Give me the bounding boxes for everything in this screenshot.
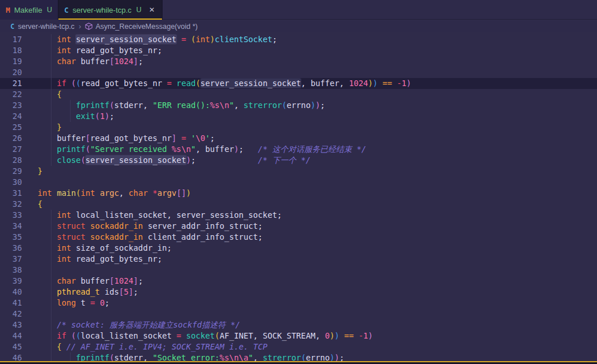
token: char — [128, 188, 148, 198]
code-line-46[interactable]: 46 fprintf(stderr, "Socket error:%s\n\a"… — [0, 352, 597, 361]
occurrence-highlight: server_session_socket — [201, 79, 301, 88]
tab-server-while-tcp.c[interactable]: Cserver-while-tcp.cU✕ — [58, 0, 163, 20]
token: ; — [239, 144, 244, 154]
line-number: 37 — [0, 254, 38, 265]
token: ) — [311, 101, 315, 110]
token: - — [397, 79, 401, 88]
code-line-39[interactable]: 39 char buffer[1024]; — [0, 276, 597, 287]
token — [186, 133, 191, 143]
code-line-29[interactable]: 29} — [0, 166, 597, 177]
token: read — [176, 79, 196, 88]
token: ] — [134, 57, 138, 66]
token: ; — [258, 232, 263, 242]
token: ( — [95, 112, 100, 121]
code-line-18[interactable]: 18 int read_got_bytes_nr; — [0, 45, 597, 56]
code-text: int local_listen_socket, server_session_… — [38, 210, 597, 221]
code-line-40[interactable]: 40 pthread_t ids[5]; — [0, 287, 597, 298]
line-number: 23 — [0, 100, 38, 111]
indent-guide — [51, 232, 51, 243]
token — [38, 287, 57, 296]
line-number: 18 — [0, 45, 38, 56]
token: clientSocket — [215, 35, 272, 44]
token: 1024 — [114, 57, 133, 66]
code-line-43[interactable]: 43 /* socket: 服务器端开始建立sockfd描述符 */ — [0, 320, 597, 330]
token — [38, 79, 57, 88]
line-number: 36 — [0, 243, 38, 254]
token: ; — [191, 155, 196, 165]
token: struct — [57, 221, 86, 231]
code-text: int read_got_bytes_nr; — [38, 254, 597, 265]
code-text: { — [38, 89, 597, 100]
code-line-31[interactable]: 31int main(int argc, char *argv[]) — [0, 188, 597, 199]
token: ) — [186, 188, 191, 198]
token: server_addr_info_struct — [148, 221, 257, 231]
token: argv — [157, 188, 176, 198]
code-line-36[interactable]: 36 int size_of_sockaddr_in; — [0, 243, 597, 254]
tab-Makefile[interactable]: MMakefileU — [0, 0, 58, 20]
code-text — [38, 265, 597, 276]
token: main — [57, 188, 76, 198]
breadcrumb-file[interactable]: server-while-tcp.c — [18, 23, 75, 31]
code-line-17[interactable]: 17 int server_session_socket = (int)clie… — [0, 34, 597, 45]
line-number: 20 — [0, 67, 38, 78]
code-line-20[interactable]: 20 — [0, 67, 597, 78]
code-line-26[interactable]: 26 buffer[read_got_bytes_nr] = '\0'; — [0, 133, 597, 144]
token — [38, 320, 57, 329]
token: fprintf — [76, 353, 109, 361]
code-line-44[interactable]: 44 if ((local_listen_socket = socket(AF_… — [0, 330, 597, 341]
indent-guide — [51, 341, 51, 352]
token — [67, 79, 71, 88]
code-line-32[interactable]: 32{ — [0, 199, 597, 210]
code-line-25[interactable]: 25 } — [0, 122, 597, 133]
token — [38, 46, 57, 55]
token: stderr — [114, 101, 143, 110]
breadcrumb-symbol[interactable]: Async_ReceiveMessage(void *) — [95, 23, 197, 31]
code-line-33[interactable]: 33 int local_listen_socket, server_sessi… — [0, 210, 597, 221]
token: /* 下一个 */ — [258, 155, 311, 165]
code-line-23[interactable]: 23 fprintf(stderr, "ERR read():%s\n", st… — [0, 100, 597, 111]
token: ( — [196, 79, 200, 88]
code-line-28[interactable]: 28 close(server_session_socket); /* 下一个 … — [0, 155, 597, 166]
token — [38, 342, 57, 351]
indent-guide — [51, 67, 51, 78]
code-line-30[interactable]: 30 — [0, 177, 597, 188]
code-line-38[interactable]: 38 — [0, 265, 597, 276]
token: ; — [258, 221, 263, 231]
token — [38, 122, 57, 132]
code-line-45[interactable]: 45 { // AF_INET i.e. IPV4; SOCK_STREAM i… — [0, 341, 597, 352]
code-line-42[interactable]: 42 — [0, 309, 597, 320]
token: buffer — [57, 133, 86, 143]
token: /* socket: 服务器端开始建立sockfd描述符 */ — [57, 320, 240, 329]
token: size_of_sockaddr_in — [76, 243, 167, 252]
token: ( — [191, 35, 196, 44]
line-number: 31 — [0, 188, 38, 199]
token: ; — [210, 133, 215, 143]
token: %s — [220, 353, 230, 361]
editor[interactable]: 17 int server_session_socket = (int)clie… — [0, 32, 597, 361]
code-line-21[interactable]: 21 if ((read_got_bytes_nr = read(server_… — [0, 78, 597, 89]
line-number: 35 — [0, 232, 38, 243]
code-line-27[interactable]: 27 printf("Server received %s\n", buffer… — [0, 144, 597, 155]
token: " — [248, 353, 253, 361]
token: ( — [71, 331, 76, 340]
code-line-37[interactable]: 37 int read_got_bytes_nr; — [0, 254, 597, 265]
line-number: 32 — [0, 199, 38, 210]
code-text: close(server_session_socket); /* 下一个 */ — [38, 155, 597, 166]
token: ] — [128, 287, 133, 296]
code-line-24[interactable]: 24 exit(1); — [0, 111, 597, 122]
token: } — [38, 166, 42, 176]
token — [67, 331, 71, 340]
indent-guide — [51, 265, 51, 276]
code-line-41[interactable]: 41 long t = 0; — [0, 298, 597, 309]
token: buffer — [81, 276, 110, 285]
code-line-22[interactable]: 22 { — [0, 89, 597, 100]
token — [38, 254, 57, 263]
token — [71, 35, 76, 44]
code-line-34[interactable]: 34 struct sockaddr_in server_addr_info_s… — [0, 221, 597, 232]
code-line-35[interactable]: 35 struct sockaddr_in client_addr_info_s… — [0, 232, 597, 243]
line-number: 43 — [0, 320, 38, 330]
close-icon[interactable]: ✕ — [147, 5, 156, 14]
token: struct — [57, 232, 86, 242]
token — [76, 276, 80, 285]
code-line-19[interactable]: 19 char buffer[1024]; — [0, 56, 597, 67]
